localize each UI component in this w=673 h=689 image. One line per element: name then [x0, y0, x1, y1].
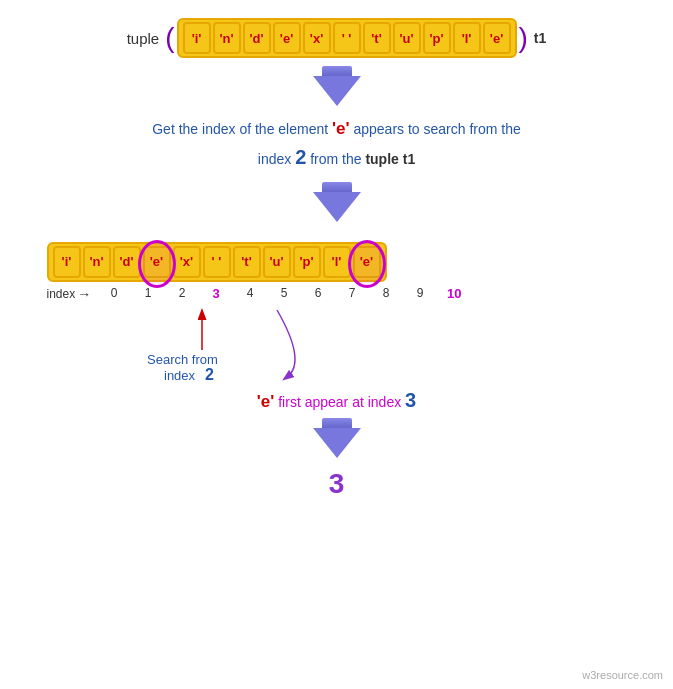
desc-line2-mid: from the [306, 151, 365, 167]
bottom-cell-0: 'i' [53, 246, 81, 278]
arrow-bar-2 [322, 182, 352, 192]
paren-close: ) [519, 24, 528, 52]
bottom-section: 'i''n''d''e''x'' ''t''u''p''l''e' index … [47, 238, 627, 387]
bottom-cell-7: 'u' [263, 246, 291, 278]
bottom-cell-wrapper-2: 'd' [113, 246, 141, 278]
bottom-cell-wrapper-9: 'l' [323, 246, 351, 278]
top-tuple-box: 'i''n''d''e''x'' ''t''u''p''l''e' [177, 18, 517, 58]
top-cell-1: 'n' [213, 22, 241, 54]
svg-text:index: index [164, 368, 196, 383]
bottom-cell-5: ' ' [203, 246, 231, 278]
index-num-4: 4 [233, 286, 267, 301]
bottom-tuple-box: 'i''n''d''e''x'' ''t''u''p''l''e' [47, 242, 387, 282]
bottom-cell-6: 't' [233, 246, 261, 278]
arrow-3 [313, 418, 361, 458]
bottom-cell-wrapper-0: 'i' [53, 246, 81, 278]
arrow-right-icon: → [77, 286, 91, 302]
top-cell-3: 'e' [273, 22, 301, 54]
bottom-cell-10: 'e' [353, 246, 381, 278]
bottom-cell-wrapper-10: 'e' [353, 246, 381, 278]
arrow-triangle-2 [313, 192, 361, 222]
cell-highlight-10 [348, 240, 386, 288]
index-num-3: 3 [199, 286, 233, 301]
bottom-cell-wrapper-7: 'u' [263, 246, 291, 278]
arrow-1 [313, 66, 361, 106]
index-label: index → [47, 286, 92, 302]
top-cell-2: 'd' [243, 22, 271, 54]
watermark: w3resource.com [582, 669, 663, 681]
tuple-label: tuple [127, 30, 160, 47]
index-row: index → 012345678910 [47, 286, 627, 302]
bottom-cell-wrapper-4: 'x' [173, 246, 201, 278]
index-num-6: 6 [301, 286, 335, 301]
top-cell-10: 'e' [483, 22, 511, 54]
top-cell-8: 'p' [423, 22, 451, 54]
bottom-cell-4: 'x' [173, 246, 201, 278]
arrow-triangle-1 [313, 76, 361, 106]
t1-label: t1 [534, 30, 546, 46]
top-cell-9: 'l' [453, 22, 481, 54]
index-num-1: 1 [131, 286, 165, 301]
top-tuple-row: tuple ( 'i''n''d''e''x'' ''t''u''p''l''e… [127, 18, 547, 58]
bottom-cell-1: 'n' [83, 246, 111, 278]
desc-element: 'e' [332, 119, 350, 138]
top-cell-7: 'u' [393, 22, 421, 54]
bottom-cell-wrapper-5: ' ' [203, 246, 231, 278]
bottom-cell-wrapper-1: 'n' [83, 246, 111, 278]
bottom-tuple-row: 'i''n''d''e''x'' ''t''u''p''l''e' [47, 242, 627, 282]
svg-text:Search from: Search from [147, 352, 218, 367]
bottom-cell-2: 'd' [113, 246, 141, 278]
desc-line1-pre: Get the index of the element [152, 121, 332, 137]
desc-index-num: 2 [295, 146, 306, 168]
description-text: Get the index of the element 'e' appears… [152, 116, 521, 172]
main-container: tuple ( 'i''n''d''e''x'' ''t''u''p''l''e… [0, 0, 673, 689]
bottom-cell-wrapper-8: 'p' [293, 246, 321, 278]
bottom-cell-3: 'e' [143, 246, 171, 278]
annotation-svg: Search from index 2 [47, 302, 627, 387]
index-num-8: 8 [369, 286, 403, 301]
top-cell-4: 'x' [303, 22, 331, 54]
index-text: index [47, 287, 76, 301]
top-cell-5: ' ' [333, 22, 361, 54]
bottom-cell-wrapper-6: 't' [233, 246, 261, 278]
cell-highlight-3 [138, 240, 176, 288]
index-num-0: 0 [97, 286, 131, 301]
arrow-bar-3 [322, 418, 352, 428]
bottom-cell-9: 'l' [323, 246, 351, 278]
top-cell-0: 'i' [183, 22, 211, 54]
final-result: 3 [329, 468, 345, 500]
arrow-2 [313, 182, 361, 222]
index-num-2: 2 [165, 286, 199, 301]
result-element: 'e' [257, 392, 275, 411]
top-cell-6: 't' [363, 22, 391, 54]
result-index: 3 [405, 389, 416, 411]
result-text: 'e' first appear at index 3 [257, 389, 416, 412]
paren-open: ( [165, 24, 174, 52]
index-num-7: 7 [335, 286, 369, 301]
result-mid: first appear at index [274, 394, 405, 410]
index-nums: 012345678910 [97, 286, 471, 301]
index-num-9: 9 [403, 286, 437, 301]
desc-line1-post: appears to search from the [350, 121, 521, 137]
index-num-10: 10 [437, 286, 471, 301]
arrow-triangle-3 [313, 428, 361, 458]
index-num-5: 5 [267, 286, 301, 301]
bottom-cell-8: 'p' [293, 246, 321, 278]
svg-text:2: 2 [205, 366, 214, 383]
desc-index-pre: index [258, 151, 295, 167]
arrow-bar-1 [322, 66, 352, 76]
desc-t1: t1 [403, 151, 415, 167]
desc-tuple-label: tuple [365, 151, 398, 167]
bottom-cell-wrapper-3: 'e' [143, 246, 171, 278]
